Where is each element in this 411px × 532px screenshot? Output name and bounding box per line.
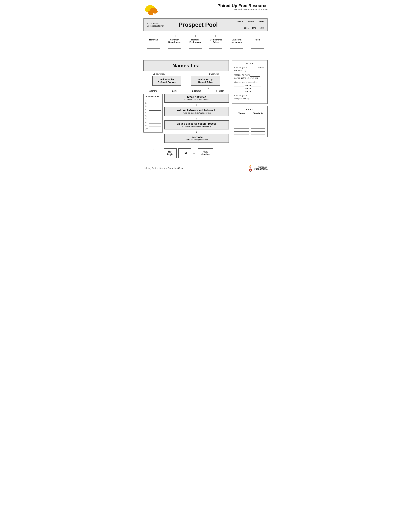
invitation-referral-label: Invitation byReferral Source (158, 78, 176, 84)
bid-label: Bid (183, 152, 187, 155)
category-referrals: Referrals (145, 38, 163, 43)
vbsp-s4 (251, 124, 265, 126)
small-activities-subtitle: Introduce him to your friends (167, 98, 226, 101)
method-electronic: Electronic (192, 90, 201, 92)
arrow-referrals: ↓ (154, 34, 156, 38)
vbsp-flow-title: Values-Based Selection Process (167, 122, 226, 125)
vbsp-v5 (234, 127, 249, 129)
act-item-3: 3. (145, 105, 161, 107)
footer-logo: Ф PHIRED UPPRODUCTIONS (247, 165, 268, 172)
logo-icon (143, 3, 161, 16)
category-lines (143, 45, 268, 55)
goal-3: Chapter goal is to pre-close: men by men… (234, 81, 265, 93)
vbsp-s3 (251, 121, 265, 123)
goal-4: Chapter goal is accepted bids by (234, 94, 265, 100)
category-arrows: ↓ ↓ ↓ ↓ ↓ ↓ (143, 34, 268, 38)
left-column: Names List 72 hours max 1 week max Invit… (143, 60, 229, 158)
arrow-3: ↓ (164, 130, 229, 133)
bid-box: Bid (178, 148, 191, 158)
right-column: GOALS Chapter goal is names ON the list … (232, 60, 268, 158)
category-membership: MembershipDrives (207, 38, 225, 43)
lines-member-pos (186, 45, 204, 55)
vbsp-v1 (234, 115, 249, 117)
activities-list-title: Activities List (145, 95, 161, 98)
arrow-2: ↓ (164, 117, 229, 120)
footer-text: Helping Fraternities and Sororities Grow… (143, 167, 184, 170)
vbsp-v4 (234, 124, 249, 126)
activities-flow: Activities List 1. 2. 3. 4. 5. 6. 7. 8. … (143, 94, 229, 143)
arrow-1: ↓ (164, 103, 229, 107)
flow-boxes: Small Activities Introduce him to your f… (164, 94, 229, 143)
vbsp-v7 (234, 133, 249, 134)
act-item-8: 8. (145, 121, 161, 124)
page-subtitle: Dynamic Recruitment Action Plan (217, 8, 268, 11)
act-arrow: ↓ (143, 146, 163, 150)
flow-vbsp: Values-Based Selection Process Based on … (164, 120, 229, 129)
method-telephone: Telephone (148, 90, 157, 92)
vbsp-box: V.B.S.P. Values Standards (232, 106, 268, 137)
timing-right: 1 week max (209, 73, 219, 75)
not-right-label: NotRight (167, 150, 174, 156)
inv-connector (181, 79, 191, 83)
act-item-6: 6. (145, 115, 161, 117)
category-summer: SummerRecruitment (166, 38, 183, 43)
lines-referrals (145, 45, 163, 55)
act-item-4: 4. (145, 108, 161, 111)
vbsp-col1-header: Values (234, 112, 249, 114)
act-item-10: 10. (145, 128, 161, 130)
invitation-timing: 72 hours max 1 week max (143, 73, 229, 75)
vbsp-v2 (234, 118, 249, 120)
never-pct: 15% (260, 23, 264, 29)
vbsp-s1 (251, 115, 265, 117)
lines-rush (248, 45, 266, 55)
never-label: never (259, 20, 264, 23)
vbsp-v3 (234, 121, 249, 123)
always-label: always (248, 20, 254, 23)
vbsp-v6 (234, 130, 249, 132)
page-footer: Helping Fraternities and Sororities Grow… (143, 163, 268, 172)
logo-area (143, 3, 166, 17)
activities-list-box: Activities List 1. 2. 3. 4. 5. 6. 7. 8. … (143, 94, 163, 133)
new-member-label: NewMember (200, 150, 210, 156)
invitation-methods: Telephone Letter Electronic In Person (143, 90, 229, 92)
referrals-subtitle: Invite his friends to 'hang out' too (167, 112, 226, 114)
method-in-person: In Person (216, 90, 224, 92)
act-item-5: 5. (145, 112, 161, 114)
arrow-summer: ↓ (175, 34, 176, 38)
vbsp-col-headers: Values Standards (234, 112, 265, 114)
names-list-title: Names List (147, 63, 225, 69)
act-item-1: 1. (145, 99, 161, 101)
category-member-pos: MemberPositioning (186, 38, 204, 43)
act-item-7: 7. (145, 118, 161, 120)
lines-marketing (228, 45, 245, 55)
maybe-label: maybe (237, 20, 243, 23)
goals-title: GOALS (234, 62, 265, 65)
not-right-box: NotRight (164, 148, 177, 158)
prospect-percentages: maybe always never 70% 15% 15% (225, 20, 264, 29)
referrals-title: Ask for Referrals and Follow-Up (167, 109, 226, 112)
bid-arrow: → (193, 151, 196, 155)
footer-logo-text: PHIRED UPPRODUCTIONS (254, 166, 268, 170)
arrow-member-pos: ↓ (195, 34, 196, 38)
pre-close-title: Pre-Close (167, 136, 226, 139)
lines-membership (207, 45, 225, 55)
method-letter: Letter (172, 90, 177, 92)
bottom-section: ↓ NotRight Bid → NewMember (143, 146, 229, 158)
vbsp-s6 (251, 130, 265, 132)
vbsp-values-col (234, 115, 249, 134)
invitation-referral-box: Invitation byReferral Source (152, 76, 181, 86)
prospect-pool-title: Prospect Pool (171, 21, 225, 28)
invitation-roundtable-label: Invitation byRound Table (198, 78, 213, 84)
goal-2: Chapter will move names up the list ever… (234, 74, 265, 79)
arrow-marketing: ↓ (235, 34, 237, 38)
names-list-box: Names List (143, 60, 229, 71)
vbsp-s5 (251, 127, 265, 129)
arrow-rush: ↓ (255, 34, 257, 38)
pre-close-subtitle: 100% bid acceptance rate (167, 139, 226, 141)
main-content: Names List 72 hours max 1 week max Invit… (143, 60, 268, 158)
timing-left: 72 hours max (153, 73, 165, 75)
flow-pre-close: Pre-Close 100% bid acceptance rate (164, 134, 229, 143)
goal-1: Chapter goal is names ON the list by (234, 66, 265, 72)
always-pct: 15% (252, 23, 256, 29)
category-rush: Rush (248, 38, 266, 43)
